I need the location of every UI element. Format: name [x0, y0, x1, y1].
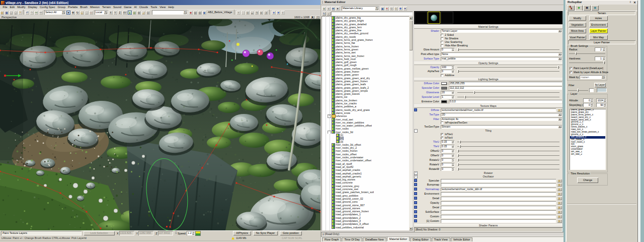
spin-down-icon[interactable]: ▼ [451, 164, 454, 166]
slider-thumb[interactable] [457, 158, 459, 161]
tex-field-custom[interactable] [441, 215, 556, 218]
color-value-diffuse-color[interactable]: 255,255,255 [449, 82, 562, 85]
combo-textype[interactable]: 2D▼ [441, 113, 562, 116]
hardness-input[interactable]: 1 [595, 56, 605, 60]
layer-list[interactable]: plains_grass_green_xplains_grass_dryplai… [570, 109, 606, 170]
prop-group-header[interactable]: Shader Params [414, 224, 562, 227]
slider-thumb[interactable] [457, 48, 459, 51]
combo-arrow[interactable]: ▼ [558, 118, 561, 120]
export-icon[interactable]: ▢ [9, 11, 13, 15]
slider-thumb[interactable] [457, 149, 459, 152]
slope-max-spinner[interactable] [603, 103, 606, 106]
scroll-thumb[interactable] [409, 20, 413, 50]
prop-group-header[interactable]: Lighting Settings [414, 78, 562, 81]
layer-combo[interactable]: ▼ [152, 10, 187, 15]
spin-buttons[interactable]: ▲▼ [451, 159, 454, 161]
close-icon[interactable]: ✕ [633, 1, 636, 4]
altitude-max-input[interactable]: 1024 [596, 98, 606, 102]
menu-prefabs[interactable]: Prefabs [67, 6, 79, 9]
terrain-button-mini-map[interactable]: Mini Map [589, 35, 608, 40]
slider-glossiness[interactable] [457, 92, 559, 93]
spin-specular-level[interactable]: 1▲▼ [441, 95, 454, 99]
select-area-icon[interactable]: ⬚ [85, 11, 89, 15]
disabled-tool-icon-4[interactable]: ⬔ [255, 11, 259, 15]
open-file-icon[interactable]: ▤ [0, 11, 4, 15]
tex-field-diffuse[interactable]: textures/terrain/detail/river_rocks.tif [441, 108, 556, 112]
filter-color-swatch[interactable] [597, 88, 607, 92]
select-tool-icon[interactable]: ➤ [66, 11, 70, 15]
select-combo[interactable]: Select All▼ [44, 10, 65, 15]
browse-button-decal[interactable]: ▤ [557, 206, 562, 209]
slider-glow-amount[interactable] [457, 49, 559, 50]
menu-game[interactable]: Game [123, 6, 133, 9]
axis-y-button[interactable]: Y [113, 11, 117, 15]
spin-offsetu[interactable]: 0▲▼ [441, 149, 454, 153]
checkbox-hide-after-breaking[interactable] [441, 44, 443, 47]
radius-down-icon[interactable] [602, 49, 605, 51]
browse-button--1-custom[interactable]: ▤ [557, 219, 562, 223]
speed-input[interactable]: 1.2▲▼ [187, 231, 195, 235]
snap-icon[interactable]: ▥ [146, 11, 150, 15]
tex-field-bumpmap[interactable] [441, 183, 556, 187]
move-tool-icon[interactable]: ✥ [71, 11, 75, 15]
menu-edit[interactable]: Edit [9, 6, 16, 9]
material-search-input[interactable] [331, 12, 413, 16]
menu-modify[interactable]: Modify [16, 6, 27, 9]
color-value-emissive-color[interactable]: 0,0,0 [449, 100, 562, 103]
terrain-tex-icon[interactable]: ▨ [132, 11, 136, 15]
status-button-1[interactable]: No Sync Player [253, 231, 278, 235]
tree-expand-icon[interactable]: - [328, 131, 331, 134]
layer-combo-arrow[interactable]: ▼ [183, 11, 187, 14]
lock-selection-button[interactable]: Lock Selection [84, 231, 115, 235]
display-tab[interactable]: ▣ [583, 5, 591, 11]
menu-config-spec[interactable]: Config Spec [38, 6, 56, 9]
menu-group[interactable]: Group [56, 6, 67, 9]
slider-specular-level[interactable] [457, 97, 559, 97]
combo-arrow[interactable]: ▼ [558, 30, 561, 32]
filter-slider-thumb[interactable] [577, 89, 579, 92]
tex-field-subsurface[interactable] [441, 210, 556, 214]
terrain-button-move-area[interactable]: Move Area [569, 28, 586, 33]
combo-arrow[interactable]: ▼ [558, 57, 561, 60]
export2-icon[interactable]: ▢ [14, 11, 18, 15]
tab-material-editor[interactable]: Material Editor [387, 236, 410, 241]
objects-tab[interactable]: ▚ [567, 5, 575, 11]
spin-down-icon[interactable]: ▼ [451, 93, 454, 94]
tree-item[interactable]: road_pebbles_industrial [321, 226, 413, 229]
slider-tilev[interactable] [457, 146, 559, 147]
checkbox-additive[interactable] [441, 74, 443, 77]
slider-thumb[interactable] [457, 154, 459, 157]
disabled-tool-icon-0[interactable]: ⏵ [236, 11, 240, 15]
slider-rotateu[interactable] [457, 160, 559, 160]
spin-down-icon[interactable]: ▼ [451, 147, 454, 148]
spin-glossiness[interactable]: 20▲▼ [441, 91, 454, 94]
spin-down-icon[interactable]: ▼ [451, 160, 454, 161]
menu-clouds[interactable]: Clouds [138, 6, 149, 9]
browse-button-bumpmap[interactable]: ▤ [557, 183, 562, 187]
combo-arrow[interactable]: ▼ [558, 113, 561, 116]
spin-rotateu[interactable]: 0▲▼ [441, 158, 454, 162]
tex-field-detail[interactable] [441, 197, 556, 200]
slider-thumb[interactable] [457, 70, 459, 73]
ai-ignore-icon[interactable]: ◐ [281, 11, 285, 15]
undo-icon[interactable]: ↶ [25, 11, 29, 15]
slider-rotatev[interactable] [457, 164, 559, 165]
layers-icon[interactable]: ▤ [193, 11, 197, 15]
disabled-tool-icon-3[interactable]: ⬓ [250, 11, 254, 15]
select-combo-arrow[interactable]: ▼ [61, 11, 65, 14]
link-icon[interactable]: ⚯ [34, 11, 38, 15]
browse-button-opacity[interactable]: ▤ [557, 201, 562, 205]
spin-buttons[interactable]: ▲▼ [451, 91, 454, 94]
status-button-2[interactable]: Goto position [280, 231, 302, 235]
terrain-button-layer-painter[interactable]: Layer Painter [589, 28, 608, 33]
disabled-tool-icon-1[interactable]: ⛶ [241, 11, 245, 15]
slider-alphatest[interactable] [457, 71, 559, 72]
hardness-slider-thumb[interactable] [603, 61, 605, 64]
slider-opacity[interactable] [457, 67, 559, 68]
spin-down-icon[interactable]: ▼ [451, 97, 454, 99]
prop-group-header[interactable]: Texture Maps [414, 104, 562, 108]
status-button-0[interactable]: AIPhysics [233, 231, 251, 235]
radius-spinner[interactable] [602, 48, 605, 51]
checkbox-no-shadow[interactable] [441, 37, 443, 40]
checkbox-istilev[interactable]: ✓ [441, 137, 443, 139]
